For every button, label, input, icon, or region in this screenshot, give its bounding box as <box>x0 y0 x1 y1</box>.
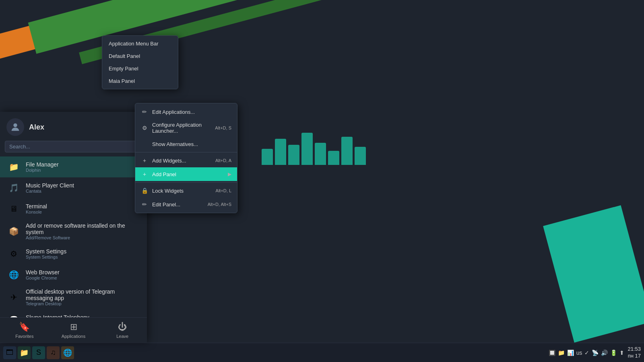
app-subtitle: Telegram Desktop <box>26 301 140 306</box>
systray-icon-0[interactable]: 🔲 <box>549 350 555 356</box>
bg-stripe-teal <box>543 205 644 343</box>
submenu-item-default-panel[interactable]: Default Panel <box>102 50 178 62</box>
taskbar-date: пн 17 <box>628 353 641 360</box>
widget-bar-5 <box>328 151 339 165</box>
context-item-add-widgets...[interactable]: +Add Widgets...Alt+D, A <box>135 154 237 167</box>
taskbar-icon-glyph-1: 📁 <box>20 348 29 357</box>
app-list-item[interactable]: 💬 Skype Internet Telephony Skype <box>0 309 147 317</box>
nav-icon-0: 🔖 <box>19 322 30 332</box>
systray-icon-7[interactable]: 🔋 <box>610 350 617 356</box>
taskbar-icon-2[interactable]: S <box>32 346 45 359</box>
systray-icon-2[interactable]: 📊 <box>567 350 574 356</box>
search-input[interactable] <box>5 141 142 152</box>
svg-point-0 <box>13 123 17 127</box>
widget-bar-4 <box>315 143 326 165</box>
app-subtitle: Cantata <box>26 189 74 193</box>
username: Alex <box>29 123 44 132</box>
app-name: Terminal <box>26 203 47 210</box>
nav-icon-1: ⊞ <box>70 322 77 332</box>
submenu-label-2: Empty Panel <box>109 66 138 72</box>
taskbar-time: 21:53 <box>627 346 641 353</box>
app-subtitle: Konsole <box>26 210 47 214</box>
app-name: Music Player Client <box>26 182 74 189</box>
app-list-item[interactable]: ⚙ System Settings System Settings <box>0 243 147 264</box>
taskbar-icon-1[interactable]: 📁 <box>18 346 31 359</box>
ctx-arrow-5: ▶ <box>228 171 231 177</box>
launcher-header: Alex <box>0 112 147 141</box>
context-item-edit-panel...[interactable]: ✏Edit Panel...Alt+D, Alt+S <box>135 197 237 211</box>
taskbar-icon-3[interactable]: ♫ <box>47 346 60 359</box>
systray-icon-6[interactable]: 🔊 <box>601 350 608 356</box>
context-divider-6 <box>135 182 237 183</box>
ctx-icon-4: + <box>141 157 148 164</box>
app-subtitle: System Settings <box>26 255 66 259</box>
systray-icon-8[interactable]: ⬆ <box>619 350 624 356</box>
app-icon-3: 📦 <box>6 224 21 239</box>
app-subtitle: Add/Remove Software <box>26 235 140 240</box>
submenu-item-empty-panel[interactable]: Empty Panel <box>102 62 178 75</box>
launcher-nav-favorites[interactable]: 🔖 Favorites <box>0 318 49 343</box>
submenu-item-maia-panel[interactable]: Maia Panel <box>102 75 178 87</box>
app-icon-1: 🎵 <box>6 181 21 195</box>
context-item-configure-application-launcher...[interactable]: ⚙Configure Application Launcher...Alt+D,… <box>135 119 237 137</box>
widget-bar-6 <box>341 137 353 165</box>
taskbar-icon-glyph-2: S <box>36 348 41 357</box>
ctx-label-5: Add Panel <box>152 171 224 177</box>
app-icon-6: ✈ <box>6 290 21 304</box>
systray-icon-4[interactable]: ✓ <box>584 350 589 356</box>
ctx-label-2: Show Alternatives... <box>152 141 231 147</box>
context-divider-3 <box>135 152 237 152</box>
app-list-item[interactable]: 📁 File Manager Dolphin <box>0 156 147 177</box>
context-item-show-alternatives...[interactable]: Show Alternatives... <box>135 137 237 151</box>
ctx-shortcut-8: Alt+D, Alt+S <box>208 202 231 207</box>
submenu-item-application-menu-bar[interactable]: Application Menu Bar <box>102 37 178 50</box>
app-list-item[interactable]: 🎵 Music Player Client Cantata <box>0 177 147 198</box>
nav-label-1: Applications <box>62 334 85 339</box>
taskbar: 🗔📁S♫🌐 🔲📁📊us✓📡🔊🔋⬆ 21:53 пн 17 <box>0 343 644 362</box>
systray-icon-1[interactable]: 📁 <box>558 350 565 356</box>
ctx-icon-8: ✏ <box>141 201 148 208</box>
taskbar-left: 🗔📁S♫🌐 <box>3 346 74 359</box>
context-item-edit-applications...[interactable]: ✏Edit Applications... <box>135 105 237 119</box>
avatar <box>6 118 24 136</box>
ctx-shortcut-7: Alt+D, L <box>216 188 231 193</box>
systray-icon-3[interactable]: us <box>576 350 582 356</box>
launcher-search <box>0 141 147 156</box>
app-list-item[interactable]: 🌐 Web Browser Google Chrome <box>0 264 147 285</box>
app-name: Add or remove software installed on the … <box>26 222 140 235</box>
systray: 🔲📁📊us✓📡🔊🔋⬆ <box>549 350 625 356</box>
app-name: File Manager <box>26 161 59 168</box>
ctx-label-0: Edit Applications... <box>152 109 231 115</box>
launcher-nav-applications[interactable]: ⊞ Applications <box>49 318 98 343</box>
systray-icon-5[interactable]: 📡 <box>592 350 599 356</box>
app-list: 📁 File Manager Dolphin 🎵 Music Player Cl… <box>0 156 147 317</box>
ctx-label-1: Configure Application Launcher... <box>152 122 211 134</box>
app-list-item[interactable]: ✈ Official desktop version of Telegram m… <box>0 285 147 309</box>
ctx-shortcut-4: Alt+D, A <box>215 158 231 163</box>
context-menu: ✏Edit Applications...⚙Configure Applicat… <box>135 103 237 213</box>
app-subtitle: Dolphin <box>26 168 59 173</box>
widget-bar-3 <box>301 133 313 165</box>
app-icon-2: 🖥 <box>6 202 21 216</box>
app-list-item[interactable]: 🖥 Terminal Konsole <box>0 198 147 219</box>
nav-label-2: Leave <box>116 334 128 339</box>
taskbar-icon-glyph-4: 🌐 <box>63 348 72 357</box>
taskbar-icon-4[interactable]: 🌐 <box>61 346 74 359</box>
ctx-icon-1: ⚙ <box>141 124 148 132</box>
launcher-bottom-nav: 🔖 Favorites ⊞ Applications ⏻ Leave <box>0 317 147 343</box>
taskbar-icon-0[interactable]: 🗔 <box>3 346 16 359</box>
context-item-lock-widgets[interactable]: 🔒Lock WidgetsAlt+D, L <box>135 184 237 197</box>
ctx-label-4: Add Widgets... <box>152 158 211 164</box>
app-info-3: Add or remove software installed on the … <box>26 222 140 240</box>
submenu-label-0: Application Menu Bar <box>109 41 159 47</box>
launcher-nav-leave[interactable]: ⏻ Leave <box>98 318 147 343</box>
widget-bar-2 <box>288 145 299 165</box>
app-icon-4: ⚙ <box>6 247 21 261</box>
submenu-add-panel: Application Menu BarDefault PanelEmpty P… <box>102 35 178 89</box>
app-list-item[interactable]: 📦 Add or remove software installed on th… <box>0 219 147 243</box>
widget-bar-0 <box>262 149 273 165</box>
app-name: Web Browser <box>26 269 60 276</box>
ctx-icon-7: 🔒 <box>141 187 148 194</box>
context-item-add-panel[interactable]: +Add Panel▶ <box>135 167 237 181</box>
ctx-label-8: Edit Panel... <box>152 202 204 208</box>
